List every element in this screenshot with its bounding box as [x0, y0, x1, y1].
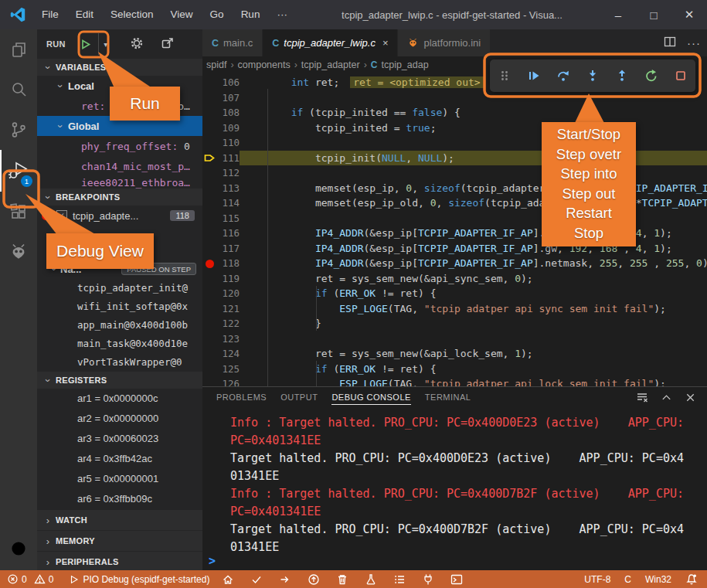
register-row[interactable]: ar2 = 0x00000000 — [37, 409, 202, 429]
run-and-debug-icon[interactable]: 1 — [0, 150, 37, 192]
breadcrumb-item[interactable]: tcpip_adap — [381, 59, 428, 70]
clear-console-icon[interactable] — [636, 391, 648, 406]
notifications-bell-icon[interactable] — [685, 573, 698, 586]
start-debugging-button[interactable] — [73, 33, 99, 55]
line-gutter[interactable]: 110 — [202, 135, 240, 151]
code-line-108[interactable]: 108 if (tcpip_inited == false) { — [202, 105, 707, 121]
encoding-indicator[interactable]: UTF-8 — [584, 574, 610, 585]
stack-frame-row[interactable]: main_task@0x400d10e — [37, 335, 202, 353]
language-indicator[interactable]: C — [624, 574, 631, 585]
minimize-button[interactable]: – — [600, 0, 636, 29]
extensions-icon[interactable] — [0, 192, 37, 232]
terminal-icon[interactable] — [450, 573, 463, 586]
line-gutter[interactable]: 115 — [202, 211, 240, 226]
stop-icon[interactable] — [670, 65, 692, 87]
tab-main-c[interactable]: Cmain.c — [202, 29, 263, 56]
menu-selection[interactable]: Selection — [102, 0, 162, 29]
line-gutter[interactable]: 109 — [202, 121, 240, 136]
stack-frame-row[interactable]: vPortTaskWrapper@0 — [37, 353, 202, 372]
source-control-icon[interactable] — [0, 110, 37, 150]
global-variable-row[interactable]: chan14_mic_most_p… — [37, 156, 202, 176]
tab-platformio-ini[interactable]: platformio.ini — [398, 29, 491, 56]
task-list-icon[interactable] — [393, 573, 406, 586]
line-gutter[interactable]: 123 — [202, 331, 240, 347]
panel-tab-debug-console[interactable]: DEBUG CONSOLE — [331, 393, 410, 405]
line-gutter[interactable]: 124 — [202, 346, 240, 362]
menu-view[interactable]: View — [162, 0, 202, 29]
tab-close-icon[interactable]: × — [382, 37, 389, 49]
platformio-icon[interactable] — [0, 232, 37, 272]
register-row[interactable]: ar1 = 0x0000000c — [37, 389, 202, 409]
section-header-peripherals[interactable]: ›PERIPHERALS — [37, 551, 202, 570]
section-header-memory[interactable]: ›MEMORY — [37, 530, 202, 551]
maximize-panel-icon[interactable] — [661, 392, 672, 406]
launch-config-dropdown-icon[interactable]: ▾ — [99, 33, 113, 55]
build-check-icon[interactable] — [250, 573, 263, 586]
breadcrumb-item[interactable]: components — [238, 59, 291, 70]
line-gutter[interactable]: 108 — [202, 105, 240, 121]
line-gutter[interactable]: 122 — [202, 316, 240, 331]
global-variable-row[interactable]: phy_freq_offset: 0 — [37, 136, 202, 156]
clean-trash-icon[interactable] — [336, 573, 348, 586]
test-flask-icon[interactable] — [365, 573, 377, 586]
breakpoint-dot-icon[interactable] — [206, 260, 214, 268]
code-line-120[interactable]: 120 if (ERR_OK != ret) { — [202, 286, 707, 301]
breadcrumb-item[interactable]: tcpip_adapter — [301, 59, 360, 70]
code-line-125[interactable]: 125 if (ERR_OK != ret) { — [202, 362, 707, 377]
close-panel-icon[interactable] — [685, 392, 696, 406]
debug-launch-status[interactable]: PIO Debug (espidf-get-started) — [69, 574, 209, 585]
code-line-119[interactable]: 119 ret = sys_sem_new(&api_sync_sem, 0); — [202, 271, 707, 287]
debug-console-open-icon[interactable] — [161, 36, 175, 53]
maximize-button[interactable]: □ — [636, 0, 671, 29]
code-line-118[interactable]: 118 IP4_ADDR(&esp_ip[TCPIP_ADAPTER_IF_AP… — [202, 256, 707, 271]
line-gutter[interactable]: 107 — [202, 90, 240, 106]
menu-file[interactable]: File — [33, 0, 67, 29]
line-gutter[interactable]: 121 — [202, 301, 240, 317]
debug-console-output[interactable]: Info : Target halted. PRO_CPU: PC=0x400D… — [202, 410, 707, 556]
code-line-107[interactable]: 107 — [202, 90, 707, 106]
warnings-indicator[interactable]: 0 — [34, 573, 54, 585]
more-actions-icon[interactable]: ··· — [687, 36, 701, 49]
line-gutter[interactable]: 117 — [202, 241, 240, 257]
line-gutter[interactable]: 118 — [202, 256, 240, 271]
close-button[interactable]: ✕ — [671, 0, 707, 29]
home-icon[interactable] — [222, 573, 234, 586]
code-line-122[interactable]: 122 } — [202, 316, 707, 331]
stack-frame-row[interactable]: wifi_init_softap@0x — [37, 297, 202, 316]
register-row[interactable]: ar5 = 0x00000001 — [37, 469, 202, 489]
line-gutter[interactable]: 116 — [202, 226, 240, 241]
code-line-123[interactable]: 123 — [202, 331, 707, 347]
upload-arrow-icon[interactable] — [279, 573, 291, 586]
search-icon[interactable] — [0, 70, 37, 110]
remote-upload-icon[interactable] — [308, 573, 320, 586]
register-row[interactable]: ar3 = 0x00060023 — [37, 429, 202, 449]
stack-frame-row[interactable]: app_main@0x400d100b — [37, 316, 202, 335]
eol-indicator[interactable]: Win32 — [645, 574, 671, 585]
breadcrumb-item[interactable]: spidf — [206, 59, 226, 70]
menu-edit[interactable]: Edit — [67, 0, 102, 29]
registers-section-header[interactable]: › REGISTERS — [37, 372, 202, 389]
line-gutter[interactable]: 112 — [202, 165, 240, 181]
step-into-icon[interactable] — [582, 65, 603, 87]
tab-tcpip-adapter-lwip-c[interactable]: Ctcpip_adapter_lwip.c× — [263, 29, 398, 56]
menu-run[interactable]: Run — [233, 0, 269, 29]
code-line-121[interactable]: 121 ESP_LOGE(TAG, "tcpip adatper api syn… — [202, 301, 707, 317]
configure-gear-icon[interactable] — [130, 36, 144, 53]
panel-tab-output[interactable]: OUTPUT — [280, 393, 318, 405]
line-gutter[interactable]: 106 — [202, 75, 240, 90]
code-line-124[interactable]: 124 ret = sys_sem_new(&api_lock_sem, 1); — [202, 346, 707, 362]
restart-icon[interactable] — [641, 65, 662, 87]
breakpoints-section-header[interactable]: › BREAKPOINTS — [37, 189, 202, 206]
global-variable-row[interactable]: ieee80211_ethbroa… — [37, 176, 202, 189]
step-out-icon[interactable] — [611, 65, 633, 87]
serial-plug-icon[interactable] — [422, 573, 434, 586]
explorer-icon[interactable] — [0, 29, 37, 70]
breakpoint-checkbox[interactable]: ✓ — [56, 210, 67, 221]
step-over-icon[interactable] — [552, 65, 574, 87]
section-header-watch[interactable]: ›WATCH — [37, 509, 202, 530]
panel-tab-problems[interactable]: PROBLEMS — [216, 393, 267, 405]
errors-indicator[interactable]: 0 — [7, 573, 27, 585]
line-gutter[interactable]: 119 — [202, 271, 240, 287]
toolbar-drag-grip[interactable] — [494, 65, 515, 87]
menu-more[interactable]: ··· — [268, 0, 296, 29]
